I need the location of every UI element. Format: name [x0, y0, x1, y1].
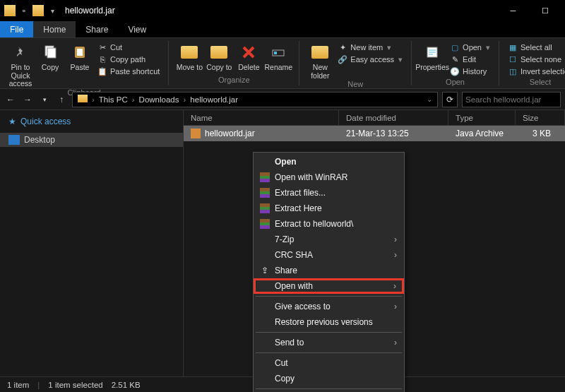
- newfolder-button[interactable]: New folder: [305, 41, 335, 80]
- organize-group-label: Organize: [218, 76, 250, 85]
- file-menu[interactable]: File: [0, 21, 33, 37]
- selectall-icon: ▦: [508, 42, 518, 52]
- open-label: Open: [463, 43, 482, 52]
- up-button[interactable]: ↑: [55, 93, 68, 106]
- easyaccess-label: Easy access: [350, 55, 394, 64]
- breadcrumb-file[interactable]: helloworld.jar: [188, 95, 240, 104]
- pin-quick-access-button[interactable]: Pin to Quick access: [6, 41, 35, 88]
- properties-button[interactable]: Properties: [417, 41, 447, 72]
- col-date[interactable]: Date modified: [339, 110, 448, 125]
- cm-openwinrar-label: Open with WinRAR: [275, 172, 347, 182]
- refresh-button[interactable]: ⟳: [442, 92, 458, 107]
- cut-label: Cut: [110, 43, 122, 52]
- cm-restore-label: Restore previous versions: [275, 317, 373, 327]
- ribbon-group-open: Properties ▢Open▾ ✎Edit 🕑History Open: [412, 41, 499, 85]
- forward-button[interactable]: →: [21, 93, 34, 106]
- cm-send-to[interactable]: Send to›: [255, 335, 403, 350]
- copy-label: Copy: [42, 64, 59, 72]
- delete-label: Delete: [238, 64, 259, 72]
- ribbon-group-clipboard: Pin to Quick access Copy Paste ✂Cut ⎘Cop…: [0, 41, 169, 85]
- window-title: helloworld.jar: [65, 6, 115, 16]
- delete-button[interactable]: Delete: [234, 41, 263, 72]
- recent-dropdown[interactable]: ▾: [38, 93, 51, 106]
- paste-icon: [70, 42, 90, 62]
- cm-extract-files[interactable]: Extract files...: [255, 185, 403, 201]
- column-headers: Name Date modified Type Size: [184, 110, 565, 126]
- cm-open-with[interactable]: Open with›: [254, 278, 404, 294]
- moveto-label: Move to: [177, 64, 203, 72]
- cm-crc-sha[interactable]: CRC SHA›: [255, 247, 403, 263]
- sidebar-item-quickaccess[interactable]: ★ Quick access: [0, 114, 183, 129]
- cm-share[interactable]: ⇪Share: [255, 263, 403, 278]
- svg-rect-5: [274, 52, 277, 54]
- newfolder-icon: [310, 42, 330, 62]
- cm-7zip[interactable]: 7-Zip›: [255, 232, 403, 247]
- quickaccess-label: Quick access: [20, 117, 71, 126]
- breadcrumb-root-icon: [76, 95, 90, 104]
- invert-icon: ◫: [508, 66, 518, 76]
- file-row[interactable]: helloworld.jar 21-Mar-13 13:25 Java Arch…: [184, 126, 565, 141]
- copypath-button[interactable]: ⎘Copy path: [97, 54, 160, 64]
- winrar-icon: [259, 203, 270, 214]
- paste-button[interactable]: Paste: [65, 41, 95, 72]
- qat-properties-icon[interactable]: ▫: [18, 5, 30, 16]
- breadcrumb-downloads[interactable]: Downloads: [137, 95, 182, 104]
- cm-restore[interactable]: Restore previous versions: [255, 314, 403, 330]
- chevron-right-icon[interactable]: ›: [182, 95, 189, 104]
- qat-new-folder-icon[interactable]: [32, 5, 44, 16]
- star-icon: ★: [8, 117, 16, 126]
- invertselection-button[interactable]: ◫Invert selection: [508, 66, 565, 76]
- chevron-right-icon[interactable]: ›: [130, 95, 137, 104]
- rename-button[interactable]: Rename: [263, 41, 293, 72]
- ribbon-group-select: ▦Select all ☐Select none ◫Invert selecti…: [499, 41, 565, 85]
- chevron-right-icon: ›: [394, 302, 397, 311]
- pin-label: Pin to Quick access: [6, 64, 35, 88]
- open-button[interactable]: ▢Open▾: [450, 42, 490, 52]
- copypath-label: Copy path: [110, 55, 145, 64]
- edit-button[interactable]: ✎Edit: [450, 54, 490, 64]
- col-type[interactable]: Type: [448, 110, 516, 125]
- cm-extract-to[interactable]: Extract to helloworld\: [255, 216, 403, 232]
- maximize-button[interactable]: ☐: [529, 0, 561, 21]
- selectall-button[interactable]: ▦Select all: [508, 42, 565, 52]
- newitem-label: New item: [350, 43, 383, 52]
- copyto-button[interactable]: Copy to: [204, 41, 234, 72]
- search-input[interactable]: Search helloworld.jar: [462, 92, 561, 107]
- cm-open[interactable]: Open: [255, 154, 403, 170]
- history-button[interactable]: 🕑History: [450, 66, 490, 76]
- selectnone-button[interactable]: ☐Select none: [508, 54, 565, 64]
- tab-share[interactable]: Share: [76, 21, 118, 37]
- moveto-icon: [179, 42, 199, 62]
- cm-extract-here[interactable]: Extract Here: [255, 201, 403, 216]
- col-size[interactable]: Size: [516, 110, 565, 125]
- back-button[interactable]: ←: [4, 93, 17, 106]
- qat-dropdown-icon[interactable]: ▾: [47, 5, 58, 16]
- cm-extractfiles-label: Extract files...: [275, 188, 326, 198]
- moveto-button[interactable]: Move to: [174, 41, 204, 72]
- tab-view[interactable]: View: [118, 21, 156, 37]
- tab-home[interactable]: Home: [33, 21, 76, 37]
- col-name[interactable]: Name: [184, 110, 339, 125]
- minimize-button[interactable]: ─: [497, 0, 529, 21]
- cm-copy[interactable]: Copy: [255, 371, 403, 386]
- cm-cut[interactable]: Cut: [255, 355, 403, 371]
- copy-button[interactable]: Copy: [35, 41, 65, 72]
- chevron-right-icon[interactable]: ›: [90, 95, 97, 104]
- cm-7zip-label: 7-Zip: [275, 234, 294, 244]
- breadcrumb-pc[interactable]: This PC: [97, 95, 130, 104]
- edit-icon: ✎: [450, 54, 460, 64]
- menubar: File Home Share View: [0, 21, 565, 38]
- cm-give-access[interactable]: Give access to›: [255, 299, 403, 314]
- chevron-right-icon: ›: [394, 234, 397, 244]
- cut-button[interactable]: ✂Cut: [97, 42, 160, 52]
- pasteshortcut-button[interactable]: 📋Paste shortcut: [97, 66, 160, 76]
- invert-label: Invert selection: [521, 67, 565, 76]
- breadcrumb[interactable]: › This PC › Downloads › helloworld.jar ⌄: [72, 92, 438, 107]
- newitem-button[interactable]: ✦New item▾: [338, 42, 403, 52]
- chevron-down-icon[interactable]: ⌄: [424, 95, 434, 103]
- open-icon: ▢: [450, 42, 460, 52]
- sidebar-item-desktop[interactable]: Desktop: [0, 133, 183, 147]
- easyaccess-button[interactable]: 🔗Easy access▾: [338, 54, 403, 64]
- selectnone-icon: ☐: [508, 54, 518, 64]
- cm-open-winrar[interactable]: Open with WinRAR: [255, 170, 403, 185]
